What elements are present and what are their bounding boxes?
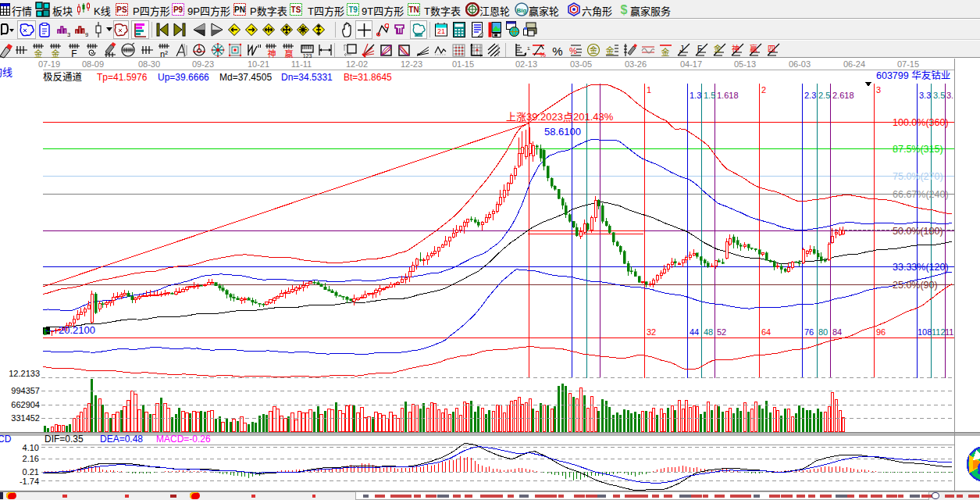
svg-text:25.0%(90): 25.0%(90): [893, 280, 938, 291]
svg-text:04-17: 04-17: [680, 59, 702, 69]
svg-text:%: %: [552, 45, 562, 58]
svg-text:极反通道: 极反通道: [43, 69, 83, 84]
svg-text:58.6100: 58.6100: [544, 126, 581, 138]
svg-text:2: 2: [761, 85, 766, 95]
svg-text:52: 52: [717, 327, 726, 337]
svg-text:33.33%(120): 33.33%(120): [893, 262, 949, 273]
svg-text:108: 108: [918, 327, 932, 337]
svg-text:12.2133: 12.2133: [9, 369, 40, 378]
svg-text:Tp=41.5976: Tp=41.5976: [97, 72, 148, 83]
svg-text:08-30: 08-30: [138, 59, 160, 69]
svg-text:112: 112: [932, 327, 946, 337]
svg-text:331452: 331452: [11, 413, 40, 423]
svg-text:金: 金: [714, 42, 722, 54]
svg-text:3.5: 3.5: [933, 91, 945, 100]
svg-text:金: 金: [606, 44, 615, 56]
svg-text:赢: 赢: [285, 47, 294, 59]
svg-text:J: J: [680, 45, 684, 53]
svg-text:03-05: 03-05: [570, 59, 592, 69]
svg-text:08-09: 08-09: [82, 59, 104, 69]
svg-text:10-21: 10-21: [248, 59, 269, 69]
svg-text:3: 3: [876, 85, 881, 95]
svg-text:01-15: 01-15: [452, 59, 474, 69]
svg-text:DIF=0.35: DIF=0.35: [45, 434, 84, 445]
svg-text:金: 金: [52, 47, 60, 59]
svg-text:2.618: 2.618: [832, 91, 854, 100]
svg-text:Big: Big: [517, 7, 527, 14]
svg-text:DEA=0.48: DEA=0.48: [100, 434, 143, 445]
svg-text:07-19: 07-19: [38, 59, 60, 69]
svg-text:50.0%(180): 50.0%(180): [893, 226, 943, 237]
svg-text:994357: 994357: [11, 386, 40, 395]
svg-text:1.618: 1.618: [717, 91, 739, 100]
svg-text:44: 44: [690, 327, 699, 337]
svg-text:神: 神: [732, 42, 739, 54]
svg-text:1.5: 1.5: [704, 91, 715, 100]
svg-text:均线: 均线: [0, 64, 12, 79]
svg-text:4.10: 4.10: [23, 443, 39, 452]
svg-text:11: 11: [945, 327, 953, 337]
svg-text:75.0%(270): 75.0%(270): [893, 171, 943, 182]
svg-text:PS: PS: [116, 5, 127, 14]
svg-text:T9: T9: [348, 5, 358, 14]
svg-text:MACD=-0.26: MACD=-0.26: [156, 434, 211, 445]
svg-text:11-11: 11-11: [291, 59, 312, 69]
svg-text:05-13: 05-13: [734, 59, 756, 69]
svg-text:$: $: [621, 3, 628, 16]
svg-text:0.21: 0.21: [23, 467, 39, 477]
svg-text:F: F: [697, 45, 702, 53]
svg-text:MACD: MACD: [0, 434, 12, 445]
svg-text:3.3: 3.3: [919, 91, 931, 100]
svg-text:3: 3: [67, 31, 70, 38]
svg-text:TS: TS: [291, 5, 301, 14]
svg-text:TN: TN: [408, 5, 419, 14]
svg-text:76: 76: [804, 327, 814, 337]
svg-text:96: 96: [876, 327, 886, 337]
svg-text:48: 48: [704, 327, 713, 337]
svg-text:%: %: [569, 46, 577, 55]
svg-text:02-13: 02-13: [515, 59, 537, 69]
svg-text:80: 80: [818, 327, 828, 337]
svg-text:金: 金: [590, 44, 597, 55]
svg-text:87.5%(315): 87.5%(315): [893, 144, 943, 155]
svg-text:09-23: 09-23: [192, 59, 214, 69]
svg-text:赢: 赢: [750, 42, 757, 54]
svg-text:3.: 3.: [946, 91, 953, 100]
svg-text:603799 华友钴业: 603799 华友钴业: [876, 67, 950, 82]
svg-text:神: 神: [268, 47, 276, 59]
svg-text:12-23: 12-23: [401, 59, 422, 69]
svg-text:金: 金: [661, 45, 670, 58]
svg-text:20.2100: 20.2100: [59, 324, 95, 336]
svg-text:84: 84: [832, 327, 842, 337]
svg-text:07-15: 07-15: [897, 59, 919, 69]
svg-text:-1.74: -1.74: [20, 477, 39, 486]
svg-text:金: 金: [34, 47, 43, 59]
svg-text:2.16: 2.16: [23, 454, 39, 463]
svg-text:662904: 662904: [11, 400, 40, 409]
svg-text:上涨39.2023点201.43%: 上涨39.2023点201.43%: [506, 109, 614, 123]
svg-text:1: 1: [647, 85, 651, 95]
svg-text:03-26: 03-26: [625, 59, 647, 69]
svg-text:四: 四: [768, 42, 775, 54]
svg-text:1.3: 1.3: [690, 91, 701, 100]
svg-text:12-02: 12-02: [346, 59, 368, 69]
svg-text:PN: PN: [234, 5, 245, 14]
svg-text:Up=39.6666: Up=39.6666: [158, 72, 209, 83]
svg-text:P9: P9: [173, 5, 184, 14]
svg-text:Md=37.4505: Md=37.4505: [219, 72, 272, 83]
svg-text:100.0%(360): 100.0%(360): [893, 117, 949, 128]
svg-text:123: 123: [527, 46, 530, 51]
svg-text:9: 9: [85, 31, 88, 38]
svg-text:64: 64: [761, 327, 771, 337]
svg-text:32: 32: [647, 327, 656, 337]
svg-text:2.5: 2.5: [818, 91, 830, 100]
svg-text:21: 21: [437, 27, 445, 35]
svg-text:Bt=31.8645: Bt=31.8645: [344, 72, 392, 83]
svg-text:06-03: 06-03: [789, 59, 811, 69]
svg-text:2.3: 2.3: [804, 91, 816, 100]
svg-text:Dn=34.5331: Dn=34.5331: [281, 72, 333, 83]
svg-text:06-24: 06-24: [843, 59, 865, 69]
svg-text:66.67%(240): 66.67%(240): [893, 189, 949, 200]
